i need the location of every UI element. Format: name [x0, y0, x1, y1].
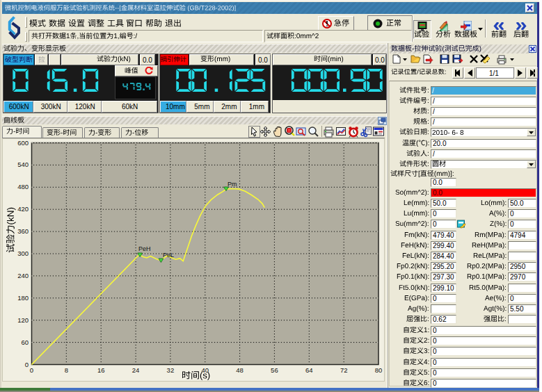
- svg-text:8: 8: [65, 366, 68, 374]
- svg-text:PeL: PeL: [163, 252, 174, 259]
- svg-text:24: 24: [132, 366, 140, 374]
- svg-text:420: 420: [17, 205, 29, 213]
- svg-text:540: 540: [17, 161, 29, 168]
- svg-text:480: 480: [17, 183, 29, 190]
- svg-text:64: 64: [305, 366, 313, 374]
- svg-text:16: 16: [97, 366, 105, 374]
- svg-text:180: 180: [17, 294, 29, 302]
- svg-text:72: 72: [340, 366, 348, 374]
- svg-text:240: 240: [17, 272, 29, 279]
- svg-text:360: 360: [17, 227, 29, 235]
- svg-text:300: 300: [17, 250, 29, 257]
- svg-text:PeH: PeH: [138, 245, 151, 252]
- svg-text:600: 600: [17, 139, 29, 147]
- svg-text:0: 0: [25, 361, 29, 368]
- svg-text:80: 80: [375, 366, 383, 374]
- svg-text:32: 32: [167, 366, 175, 374]
- svg-text:56: 56: [271, 366, 278, 374]
- svg-text:Pm: Pm: [228, 181, 237, 188]
- svg-text:0: 0: [30, 366, 33, 374]
- svg-text:60: 60: [21, 338, 29, 346]
- svg-text:48: 48: [236, 366, 244, 374]
- svg-text:120: 120: [17, 316, 29, 324]
